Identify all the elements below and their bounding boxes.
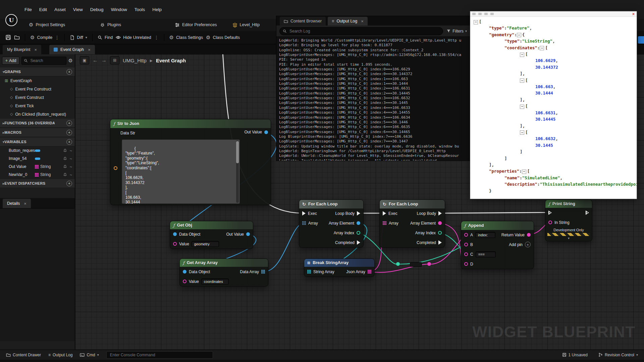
breadcrumb-root[interactable]: UMG_Http [123, 58, 147, 63]
class-defaults-button[interactable]: ⚙ Class Defaults [206, 35, 240, 41]
array-index-pin[interactable] [438, 231, 442, 235]
node-break-stringarray[interactable]: ⊞ Break StringArray String Array Json Ar… [304, 258, 375, 277]
event-item[interactable]: ◇Event Tick [0, 102, 75, 110]
add-button[interactable]: + Add [2, 57, 19, 65]
section-event-dispatchers[interactable]: ▸ EVENT DISPATCHERS + [0, 179, 75, 188]
event-item[interactable]: ◇Event Pre Construct [0, 85, 75, 93]
node-get-array-array[interactable]: ƒ Get Array Array Data Object Data Array… [179, 258, 268, 287]
value-pin[interactable] [173, 242, 177, 246]
data-array-pin[interactable] [261, 270, 265, 274]
json-lines[interactable]: −["type":"Feature","geometry":−{"type":"… [470, 17, 637, 197]
out-value-pin[interactable] [246, 232, 250, 236]
exec-out-pin[interactable] [586, 210, 589, 215]
loop-body-pin[interactable] [357, 211, 360, 216]
log-search-input[interactable] [289, 28, 440, 34]
event-item[interactable]: ◇Event Construct [0, 93, 75, 102]
node-get-obj[interactable]: ƒ Get Obj Data Object Out Value Value [170, 221, 253, 249]
hide-unrelated-options-icon[interactable]: ⋮ [154, 35, 159, 40]
forward-icon[interactable]: → [101, 57, 107, 63]
collapse-icon[interactable]: − [520, 78, 524, 83]
menu-item-file[interactable]: File [21, 5, 36, 14]
close-icon[interactable]: × [632, 12, 635, 16]
close-icon[interactable]: × [34, 47, 37, 52]
collapse-icon[interactable]: − [520, 130, 524, 135]
menu-item-view[interactable]: View [69, 5, 87, 14]
content-drawer-button[interactable]: Content Drawer [3, 352, 44, 358]
project-settings-button[interactable]: ⚙ Project Settings [29, 22, 65, 28]
toolbar-icon[interactable] [484, 13, 488, 15]
value-field[interactable] [192, 241, 219, 247]
data-object-pin[interactable] [173, 232, 177, 236]
node-header[interactable]: ƒ Get Obj [170, 221, 253, 229]
section-variables[interactable]: ▾ VARIABLES + [0, 137, 75, 146]
b-pin[interactable] [464, 243, 468, 246]
scrollbar-track[interactable] [236, 140, 239, 203]
toolbar-icon[interactable] [478, 13, 482, 15]
add-pin-icon[interactable]: + [525, 242, 531, 247]
section-functions[interactable]: ▸ FUNCTIONS (36 OVERRIDABLE) + [0, 118, 75, 128]
node-header[interactable]: ƒ Append [461, 221, 534, 230]
json-array-pin[interactable] [368, 270, 371, 274]
completed-pin[interactable] [357, 240, 360, 245]
log-search-box[interactable] [279, 27, 443, 35]
save-icon[interactable] [5, 35, 11, 40]
d-pin[interactable] [464, 262, 468, 266]
bell-icon[interactable] [63, 173, 67, 177]
compile-options-icon[interactable]: ⋮ [55, 35, 59, 40]
sidebar-search-input[interactable] [30, 58, 52, 63]
bell-icon[interactable] [63, 157, 67, 161]
add-macro-icon[interactable]: + [66, 130, 72, 135]
c-field[interactable] [476, 251, 496, 257]
menu-item-asset[interactable]: Asset [51, 5, 69, 14]
add-variable-icon[interactable]: + [66, 139, 72, 145]
expose-tilde-icon[interactable]: ~ [69, 156, 72, 161]
exec-pin[interactable] [383, 211, 386, 216]
level-button[interactable]: Level_Http [232, 22, 260, 27]
sidebar-settings-gear-icon[interactable]: ⚙ [68, 58, 73, 64]
output-log-button[interactable]: ≡ Output Log [46, 352, 75, 358]
tab-content-browser[interactable]: Content Browser [280, 17, 326, 25]
toolbar-icon[interactable] [490, 13, 494, 15]
back-icon[interactable]: ← [93, 57, 98, 63]
log-lines[interactable]: LogWorld: Bringing World /CustomHttpLibr… [276, 37, 470, 161]
c-pin[interactable] [464, 252, 468, 256]
add-dispatcher-icon[interactable]: + [66, 181, 72, 186]
completed-pin[interactable] [438, 240, 442, 245]
close-icon[interactable]: × [361, 19, 364, 24]
expose-tilde-icon[interactable]: ~ [69, 148, 72, 153]
close-icon[interactable]: × [24, 201, 26, 206]
reroute-node[interactable] [396, 262, 400, 266]
bell-icon[interactable] [63, 148, 67, 153]
filters-button[interactable]: Filters ▾ [446, 29, 467, 34]
tab-my-blueprint[interactable]: My Blueprint × [3, 45, 41, 54]
array-pin[interactable] [302, 221, 306, 225]
variable-row[interactable]: Out ValueString~ [0, 163, 75, 171]
node-header[interactable]: ↻ For Each Loop [299, 200, 363, 208]
section-graphs[interactable]: ▾ GRAPHS + [0, 67, 75, 76]
tab-details[interactable]: Details × [3, 199, 31, 208]
collapsed-node[interactable] [410, 262, 422, 267]
cmd-button[interactable]: Cmd ▾ [77, 352, 101, 358]
node-for-each-loop-1[interactable]: ↻ For Each Loop Exec Loop Body Array Arr… [299, 199, 364, 248]
expose-tilde-icon[interactable]: ~ [69, 164, 72, 169]
data-object-pin[interactable] [183, 270, 186, 274]
diff-button[interactable]: Diff ▾ [70, 35, 87, 40]
node-str-to-json[interactable]: ƒ Str to Json Data Str Out Value { "type… [110, 119, 271, 205]
node-header[interactable]: ƒ Print String [545, 200, 592, 208]
a-pin[interactable] [464, 233, 468, 237]
section-macros[interactable]: ▸ MACROS + [0, 128, 75, 137]
array-pin[interactable] [383, 221, 386, 225]
collapse-icon[interactable]: − [474, 20, 478, 24]
chevron-down-icon[interactable]: ▾ [545, 236, 592, 241]
data-str-textbox[interactable]: { "type":"Feature", "geometry":{ "type":… [122, 139, 240, 204]
tab-output-log[interactable]: ≡ Output Log × [328, 17, 368, 25]
collapse-icon[interactable]: − [517, 33, 521, 37]
editor-preferences-button[interactable]: Editor Preferences [175, 22, 217, 27]
reroute-node[interactable] [427, 262, 431, 266]
loop-body-pin[interactable] [438, 211, 442, 216]
add-graph-icon[interactable]: + [66, 69, 72, 75]
expose-tilde-icon[interactable]: ~ [69, 172, 72, 177]
menu-item-window[interactable]: Window [107, 5, 131, 14]
out-value-pin[interactable] [264, 130, 268, 134]
browse-folder-icon[interactable] [14, 35, 20, 40]
